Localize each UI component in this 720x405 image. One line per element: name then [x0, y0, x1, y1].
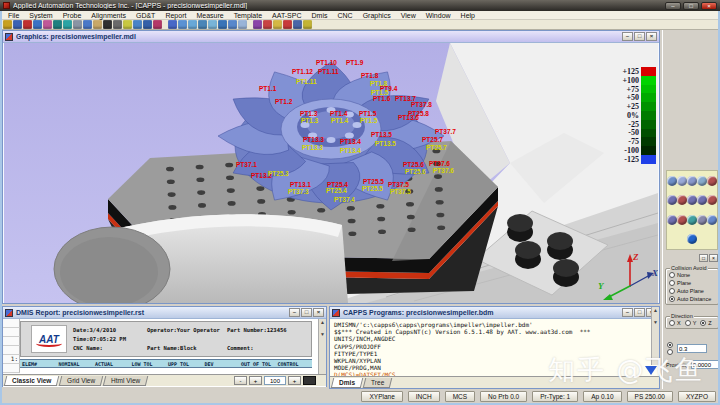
menu-item-probe[interactable]: Probe: [58, 12, 87, 19]
radio-option-x[interactable]: X: [669, 319, 681, 327]
report-tab-classic-view[interactable]: Classic View: [4, 376, 60, 386]
menu-item-alignments[interactable]: Alignments: [86, 12, 131, 19]
menu-item-measure[interactable]: Measure: [191, 12, 228, 19]
toolbar-icon[interactable]: [263, 20, 272, 29]
menu-item-template[interactable]: Template: [229, 12, 267, 19]
toolbar-icon[interactable]: [198, 20, 207, 29]
radio-option-plane[interactable]: Plane: [669, 279, 717, 287]
graphics-minimize-button[interactable]: –: [622, 32, 633, 41]
status-button-pr-type-1[interactable]: Pr-Type: 1: [532, 391, 578, 402]
menu-item-cnc[interactable]: CNC: [332, 12, 357, 19]
probe-z-plus-icon[interactable]: [697, 195, 707, 205]
print-icon[interactable]: [303, 376, 316, 385]
report-tab-html-view[interactable]: Html View: [103, 376, 149, 386]
toolbar-icon[interactable]: [43, 20, 52, 29]
toolbar-icon[interactable]: [283, 20, 292, 29]
radio-option-y[interactable]: Y: [685, 319, 697, 327]
minimize-button[interactable]: –: [665, 2, 681, 10]
radio-option-z[interactable]: Z: [700, 319, 711, 327]
radio-button[interactable]: [669, 272, 675, 278]
menu-item-file[interactable]: File: [3, 12, 24, 19]
probe-a-icon[interactable]: [707, 195, 717, 205]
report-maximize-button[interactable]: □: [301, 308, 312, 317]
probe-c-icon[interactable]: [677, 215, 687, 225]
report-tab-grid-view[interactable]: Grid View: [59, 376, 104, 386]
toolbar-icon[interactable]: [178, 20, 187, 29]
globe-icon[interactable]: [687, 215, 697, 225]
toolbar-icon[interactable]: [253, 20, 262, 29]
world-icon[interactable]: [687, 234, 697, 244]
toolbar-icon[interactable]: [13, 20, 22, 29]
menu-item-window[interactable]: Window: [421, 12, 456, 19]
report-zoom-input[interactable]: [264, 376, 286, 385]
close-button[interactable]: ×: [701, 2, 717, 10]
zoom-window-icon[interactable]: [677, 176, 687, 186]
toolbar-icon[interactable]: [113, 20, 122, 29]
probe-x-icon[interactable]: [667, 195, 677, 205]
toolbar-icon[interactable]: [53, 20, 62, 29]
radio-button[interactable]: [700, 320, 706, 326]
toolbar-icon[interactable]: [228, 20, 237, 29]
graphics-close-button[interactable]: ×: [646, 32, 657, 41]
menu-item-report[interactable]: Report: [160, 12, 191, 19]
offset-radio-1[interactable]: [667, 342, 673, 348]
toolbar-icon[interactable]: [143, 20, 152, 29]
radio-option-auto-distance[interactable]: Auto Distance: [669, 295, 717, 303]
toolbar-icon[interactable]: [123, 20, 132, 29]
program-tab-tree[interactable]: Tree: [363, 378, 393, 388]
menu-item-graphics[interactable]: Graphics: [358, 12, 396, 19]
report-zoom-out-button[interactable]: -: [234, 376, 247, 385]
toolbar-icon[interactable]: [238, 20, 247, 29]
toolbar-icon[interactable]: [303, 20, 312, 29]
panel-close-button[interactable]: ×: [709, 254, 718, 262]
status-button-mcs[interactable]: MCS: [445, 391, 475, 402]
menu-item-system[interactable]: System: [24, 12, 57, 19]
radio-button[interactable]: [685, 320, 691, 326]
toolbar-icon[interactable]: [93, 20, 102, 29]
toolbar-icon[interactable]: [218, 20, 227, 29]
report-minimize-button[interactable]: –: [289, 308, 300, 317]
radio-button[interactable]: [669, 280, 675, 286]
report-window-titlebar[interactable]: DMIS Report: precisionwesimpeller.rst – …: [3, 307, 326, 319]
toolbar-icon[interactable]: [33, 20, 42, 29]
toolbar-icon[interactable]: [73, 20, 82, 29]
report-close-button[interactable]: ×: [313, 308, 324, 317]
radio-button[interactable]: [669, 288, 675, 294]
toolbar-icon[interactable]: [3, 20, 12, 29]
program-minimize-button[interactable]: –: [622, 308, 633, 317]
3d-scene[interactable]: Z X Y: [4, 43, 658, 303]
status-button-no-prb-0-0[interactable]: No Prb 0.0: [480, 391, 527, 402]
status-button-xyplane[interactable]: XYPlane: [361, 391, 402, 402]
status-button-ap-0-10[interactable]: Ap 0.10: [583, 391, 621, 402]
maximize-button[interactable]: □: [683, 2, 699, 10]
radio-option-auto-plane[interactable]: Auto Plane: [669, 287, 717, 295]
status-button-inch[interactable]: INCH: [408, 391, 440, 402]
radio-option-none[interactable]: None: [669, 271, 717, 279]
keyboard-icon[interactable]: [697, 215, 707, 225]
menu-item-aat-spc[interactable]: AAT-SPC: [267, 12, 306, 19]
toolbar-icon[interactable]: [273, 20, 282, 29]
report-zoom-fit-button[interactable]: +: [288, 376, 301, 385]
program-window-titlebar[interactable]: CAPPS Programs: precisionwesimpeller.bdm…: [330, 307, 659, 319]
toolbar-icon[interactable]: [293, 20, 302, 29]
toolbar-icon[interactable]: [103, 20, 112, 29]
report-vertical-scrollbar[interactable]: ▲▼: [318, 319, 326, 375]
radio-button[interactable]: [669, 320, 675, 326]
report-zoom-in-button[interactable]: +: [249, 376, 262, 385]
menu-item-view[interactable]: View: [396, 12, 421, 19]
toolbar-icon[interactable]: [83, 20, 92, 29]
probe-y-icon[interactable]: [677, 195, 687, 205]
toolbar-icon[interactable]: [153, 20, 162, 29]
toolbar-icon[interactable]: [208, 20, 217, 29]
program-tab-dmis[interactable]: Dmis: [331, 378, 363, 388]
rotate-icon[interactable]: [667, 176, 677, 186]
menu-item-help[interactable]: Help: [456, 12, 480, 19]
probe-b-icon[interactable]: [667, 215, 677, 225]
toolbar-icon[interactable]: [188, 20, 197, 29]
toolbar-icon[interactable]: [63, 20, 72, 29]
zoom-in-icon[interactable]: [687, 176, 697, 186]
graphics-window-titlebar[interactable]: Graphics: precisionwesimpeller.mdl – □ ×: [3, 31, 659, 43]
status-button-xyzpo[interactable]: XYZPO: [678, 391, 716, 402]
menu-item-gdt[interactable]: GD&T: [131, 12, 160, 19]
radio-button[interactable]: [669, 296, 675, 302]
